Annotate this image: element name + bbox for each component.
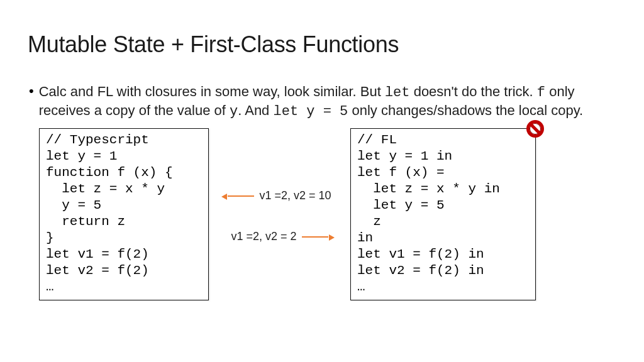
slide-title: Mutable State + First-Class Functions [28,31,616,58]
annotation-column: v1 =2, v2 = 10 v1 =2, v2 = 2 [209,128,350,300]
text-seg: Calc and FL with closures in some way, l… [39,84,385,99]
arrow-right-icon [302,236,328,238]
inline-code-let-y-5: let y = 5 [273,104,348,119]
annotation-ts-result: v1 =2, v2 = 10 [228,189,331,202]
text-seg: doesn't do the trick. [410,84,537,99]
typescript-code-box: // Typescript let y = 1 function f (x) {… [39,128,209,300]
fl-code-box: // FL let y = 1 in let f (x) = let z = x… [350,128,536,300]
annotation-fl-result: v1 =2, v2 = 2 [231,230,328,243]
inline-code-let: let [385,85,410,101]
bullet-marker: • [29,82,34,121]
arrow-left-icon [228,195,254,197]
body-text: Calc and FL with closures in some way, l… [39,83,616,121]
annotation-text: v1 =2, v2 = 2 [231,230,296,243]
inline-code-f: f [537,85,545,101]
body-bullet: • Calc and FL with closures in some way,… [28,83,616,121]
inline-code-y: y [230,104,238,119]
prohibited-icon [526,120,544,138]
code-columns: // Typescript let y = 1 function f (x) {… [28,128,616,300]
annotation-text: v1 =2, v2 = 10 [259,189,331,202]
text-seg: . And [238,102,273,118]
text-seg: only changes/shadows the local copy. [348,102,583,118]
